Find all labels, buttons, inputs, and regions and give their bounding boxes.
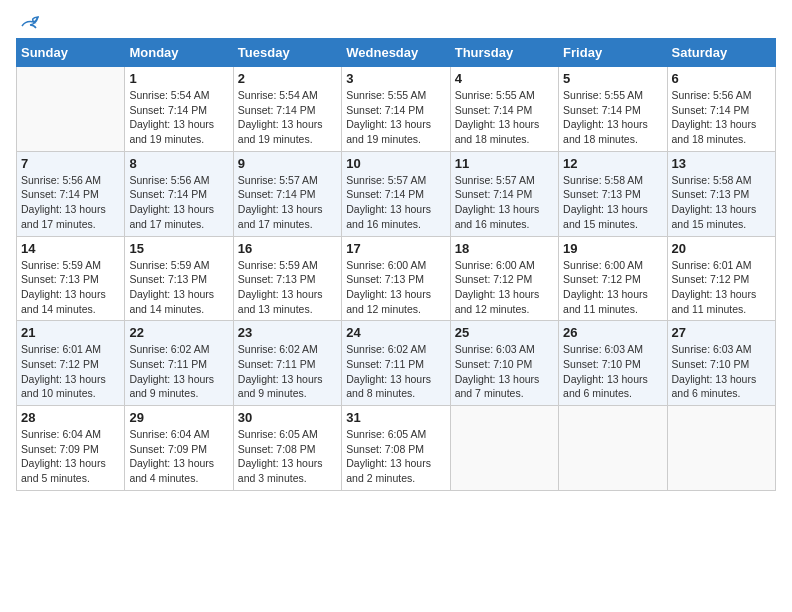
day-number: 14 [21, 241, 120, 256]
calendar-week-row: 21Sunrise: 6:01 AM Sunset: 7:12 PM Dayli… [17, 321, 776, 406]
calendar-cell: 9Sunrise: 5:57 AM Sunset: 7:14 PM Daylig… [233, 151, 341, 236]
day-info-text: Sunrise: 5:58 AM Sunset: 7:13 PM Dayligh… [672, 173, 771, 232]
day-number: 29 [129, 410, 228, 425]
day-number: 19 [563, 241, 662, 256]
day-number: 7 [21, 156, 120, 171]
day-number: 27 [672, 325, 771, 340]
column-header-thursday: Thursday [450, 39, 558, 67]
calendar-week-row: 1Sunrise: 5:54 AM Sunset: 7:14 PM Daylig… [17, 67, 776, 152]
day-number: 1 [129, 71, 228, 86]
calendar-cell: 25Sunrise: 6:03 AM Sunset: 7:10 PM Dayli… [450, 321, 558, 406]
day-number: 25 [455, 325, 554, 340]
day-number: 20 [672, 241, 771, 256]
day-info-text: Sunrise: 6:03 AM Sunset: 7:10 PM Dayligh… [563, 342, 662, 401]
day-info-text: Sunrise: 6:04 AM Sunset: 7:09 PM Dayligh… [129, 427, 228, 486]
logo-bird-icon [20, 16, 40, 34]
calendar-cell: 22Sunrise: 6:02 AM Sunset: 7:11 PM Dayli… [125, 321, 233, 406]
day-info-text: Sunrise: 5:59 AM Sunset: 7:13 PM Dayligh… [238, 258, 337, 317]
day-number: 4 [455, 71, 554, 86]
day-info-text: Sunrise: 5:57 AM Sunset: 7:14 PM Dayligh… [238, 173, 337, 232]
day-number: 13 [672, 156, 771, 171]
day-info-text: Sunrise: 6:04 AM Sunset: 7:09 PM Dayligh… [21, 427, 120, 486]
day-info-text: Sunrise: 5:55 AM Sunset: 7:14 PM Dayligh… [346, 88, 445, 147]
column-header-sunday: Sunday [17, 39, 125, 67]
column-header-wednesday: Wednesday [342, 39, 450, 67]
day-info-text: Sunrise: 6:05 AM Sunset: 7:08 PM Dayligh… [346, 427, 445, 486]
page-header [16, 16, 776, 30]
day-number: 8 [129, 156, 228, 171]
day-info-text: Sunrise: 5:59 AM Sunset: 7:13 PM Dayligh… [129, 258, 228, 317]
day-number: 30 [238, 410, 337, 425]
calendar-cell: 13Sunrise: 5:58 AM Sunset: 7:13 PM Dayli… [667, 151, 775, 236]
calendar-cell: 19Sunrise: 6:00 AM Sunset: 7:12 PM Dayli… [559, 236, 667, 321]
day-number: 15 [129, 241, 228, 256]
day-number: 11 [455, 156, 554, 171]
day-info-text: Sunrise: 5:55 AM Sunset: 7:14 PM Dayligh… [563, 88, 662, 147]
day-number: 22 [129, 325, 228, 340]
calendar-cell: 30Sunrise: 6:05 AM Sunset: 7:08 PM Dayli… [233, 406, 341, 491]
calendar-cell: 26Sunrise: 6:03 AM Sunset: 7:10 PM Dayli… [559, 321, 667, 406]
day-info-text: Sunrise: 6:01 AM Sunset: 7:12 PM Dayligh… [672, 258, 771, 317]
calendar-cell: 29Sunrise: 6:04 AM Sunset: 7:09 PM Dayli… [125, 406, 233, 491]
calendar-cell: 18Sunrise: 6:00 AM Sunset: 7:12 PM Dayli… [450, 236, 558, 321]
calendar-cell [17, 67, 125, 152]
day-info-text: Sunrise: 5:54 AM Sunset: 7:14 PM Dayligh… [238, 88, 337, 147]
calendar-cell: 2Sunrise: 5:54 AM Sunset: 7:14 PM Daylig… [233, 67, 341, 152]
day-info-text: Sunrise: 5:54 AM Sunset: 7:14 PM Dayligh… [129, 88, 228, 147]
day-info-text: Sunrise: 6:00 AM Sunset: 7:12 PM Dayligh… [563, 258, 662, 317]
column-header-tuesday: Tuesday [233, 39, 341, 67]
day-info-text: Sunrise: 5:56 AM Sunset: 7:14 PM Dayligh… [21, 173, 120, 232]
calendar-cell: 15Sunrise: 5:59 AM Sunset: 7:13 PM Dayli… [125, 236, 233, 321]
day-info-text: Sunrise: 6:01 AM Sunset: 7:12 PM Dayligh… [21, 342, 120, 401]
calendar-cell: 3Sunrise: 5:55 AM Sunset: 7:14 PM Daylig… [342, 67, 450, 152]
calendar-cell: 10Sunrise: 5:57 AM Sunset: 7:14 PM Dayli… [342, 151, 450, 236]
day-number: 31 [346, 410, 445, 425]
day-number: 3 [346, 71, 445, 86]
calendar-cell: 24Sunrise: 6:02 AM Sunset: 7:11 PM Dayli… [342, 321, 450, 406]
calendar-week-row: 28Sunrise: 6:04 AM Sunset: 7:09 PM Dayli… [17, 406, 776, 491]
calendar-week-row: 14Sunrise: 5:59 AM Sunset: 7:13 PM Dayli… [17, 236, 776, 321]
day-info-text: Sunrise: 6:05 AM Sunset: 7:08 PM Dayligh… [238, 427, 337, 486]
day-info-text: Sunrise: 6:00 AM Sunset: 7:13 PM Dayligh… [346, 258, 445, 317]
day-number: 28 [21, 410, 120, 425]
calendar-cell: 8Sunrise: 5:56 AM Sunset: 7:14 PM Daylig… [125, 151, 233, 236]
calendar-cell: 21Sunrise: 6:01 AM Sunset: 7:12 PM Dayli… [17, 321, 125, 406]
day-number: 10 [346, 156, 445, 171]
day-number: 23 [238, 325, 337, 340]
day-number: 12 [563, 156, 662, 171]
calendar-cell: 7Sunrise: 5:56 AM Sunset: 7:14 PM Daylig… [17, 151, 125, 236]
calendar-cell [559, 406, 667, 491]
day-number: 9 [238, 156, 337, 171]
day-number: 17 [346, 241, 445, 256]
day-info-text: Sunrise: 5:56 AM Sunset: 7:14 PM Dayligh… [672, 88, 771, 147]
logo [16, 16, 40, 30]
day-info-text: Sunrise: 5:57 AM Sunset: 7:14 PM Dayligh… [455, 173, 554, 232]
day-info-text: Sunrise: 6:00 AM Sunset: 7:12 PM Dayligh… [455, 258, 554, 317]
calendar-cell: 5Sunrise: 5:55 AM Sunset: 7:14 PM Daylig… [559, 67, 667, 152]
day-info-text: Sunrise: 6:02 AM Sunset: 7:11 PM Dayligh… [346, 342, 445, 401]
day-info-text: Sunrise: 6:02 AM Sunset: 7:11 PM Dayligh… [129, 342, 228, 401]
column-header-monday: Monday [125, 39, 233, 67]
calendar-cell: 1Sunrise: 5:54 AM Sunset: 7:14 PM Daylig… [125, 67, 233, 152]
calendar-cell: 14Sunrise: 5:59 AM Sunset: 7:13 PM Dayli… [17, 236, 125, 321]
calendar-cell: 23Sunrise: 6:02 AM Sunset: 7:11 PM Dayli… [233, 321, 341, 406]
day-info-text: Sunrise: 6:03 AM Sunset: 7:10 PM Dayligh… [455, 342, 554, 401]
calendar-cell: 17Sunrise: 6:00 AM Sunset: 7:13 PM Dayli… [342, 236, 450, 321]
day-number: 18 [455, 241, 554, 256]
day-number: 16 [238, 241, 337, 256]
calendar-week-row: 7Sunrise: 5:56 AM Sunset: 7:14 PM Daylig… [17, 151, 776, 236]
day-number: 6 [672, 71, 771, 86]
day-number: 5 [563, 71, 662, 86]
calendar-cell: 28Sunrise: 6:04 AM Sunset: 7:09 PM Dayli… [17, 406, 125, 491]
day-info-text: Sunrise: 5:56 AM Sunset: 7:14 PM Dayligh… [129, 173, 228, 232]
calendar-cell: 27Sunrise: 6:03 AM Sunset: 7:10 PM Dayli… [667, 321, 775, 406]
calendar-cell: 20Sunrise: 6:01 AM Sunset: 7:12 PM Dayli… [667, 236, 775, 321]
calendar-table: SundayMondayTuesdayWednesdayThursdayFrid… [16, 38, 776, 491]
calendar-cell: 6Sunrise: 5:56 AM Sunset: 7:14 PM Daylig… [667, 67, 775, 152]
day-number: 2 [238, 71, 337, 86]
day-info-text: Sunrise: 6:03 AM Sunset: 7:10 PM Dayligh… [672, 342, 771, 401]
column-header-saturday: Saturday [667, 39, 775, 67]
day-info-text: Sunrise: 6:02 AM Sunset: 7:11 PM Dayligh… [238, 342, 337, 401]
day-number: 24 [346, 325, 445, 340]
day-number: 26 [563, 325, 662, 340]
